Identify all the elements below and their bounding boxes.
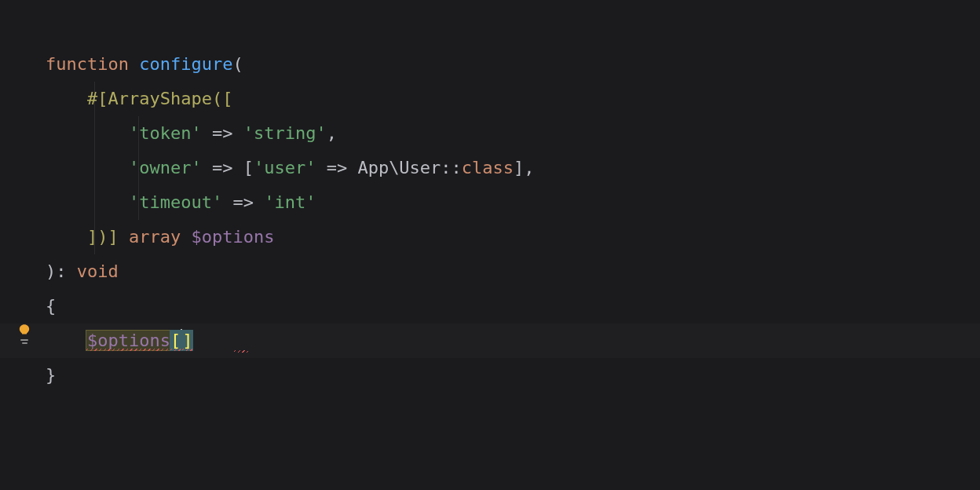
string-inner-key: 'user' xyxy=(254,151,316,185)
indent xyxy=(46,82,87,116)
attribute-paren: ([ xyxy=(212,82,233,116)
type-array: array xyxy=(129,220,181,254)
type-void: void xyxy=(77,254,119,289)
var-options: $options xyxy=(191,220,274,254)
function-name: configure xyxy=(139,47,232,82)
code-line-9-current[interactable]: $options[] xyxy=(46,324,980,358)
code-line-5[interactable]: 'timeout' => 'int' xyxy=(46,185,980,220)
arrow-bracket: => [ xyxy=(202,151,254,185)
indent xyxy=(46,151,129,185)
code-editor[interactable]: function configure( #[ArrayShape([ 'toke… xyxy=(0,0,980,393)
code-line-7[interactable]: ): void xyxy=(46,254,980,289)
indent xyxy=(46,324,87,358)
namespace: App\User:: xyxy=(357,151,461,185)
string-key: 'timeout' xyxy=(129,185,222,220)
code-line-10[interactable]: } xyxy=(46,358,980,393)
keyword-function: function xyxy=(46,47,129,82)
code-line-4[interactable]: 'owner' => ['user' => App\User::class], xyxy=(46,151,980,185)
indent xyxy=(46,185,129,220)
code-line-8[interactable]: { xyxy=(46,289,980,324)
arrow: => xyxy=(222,185,264,220)
paren: ( xyxy=(232,47,243,82)
string-val: 'int' xyxy=(264,185,316,220)
string-key: 'owner' xyxy=(129,151,202,185)
code-line-2[interactable]: #[ArrayShape([ xyxy=(46,82,980,116)
close-bracket: ], xyxy=(514,151,535,185)
var-options-cursor: $options xyxy=(86,331,171,350)
brace-open: { xyxy=(46,289,56,324)
close-paren-colon: ): xyxy=(46,254,77,289)
error-squiggle-trail xyxy=(234,350,248,353)
indent xyxy=(46,116,129,151)
code-line-1[interactable]: function configure( xyxy=(46,47,980,82)
space xyxy=(181,220,191,254)
brace-close: } xyxy=(46,358,56,393)
code-line-6[interactable]: ])] array $options xyxy=(46,220,980,254)
attribute-close: ])] xyxy=(87,220,129,254)
string-val: 'string' xyxy=(243,116,327,151)
string-key: 'token' xyxy=(129,116,202,151)
arrow: => xyxy=(202,116,243,151)
attribute-open: #[ xyxy=(87,82,108,116)
code-line-3[interactable]: 'token' => 'string', xyxy=(46,116,980,151)
indent xyxy=(46,220,87,254)
inner-arrow: => xyxy=(316,151,357,185)
class-keyword: class xyxy=(462,151,514,185)
bracket-close-active: ] xyxy=(182,331,192,350)
attribute-name: ArrayShape xyxy=(108,82,211,116)
comma: , xyxy=(327,116,337,151)
bracket-open-active: [ xyxy=(170,331,181,350)
intention-bulb-icon[interactable] xyxy=(16,324,33,347)
space xyxy=(129,47,139,82)
